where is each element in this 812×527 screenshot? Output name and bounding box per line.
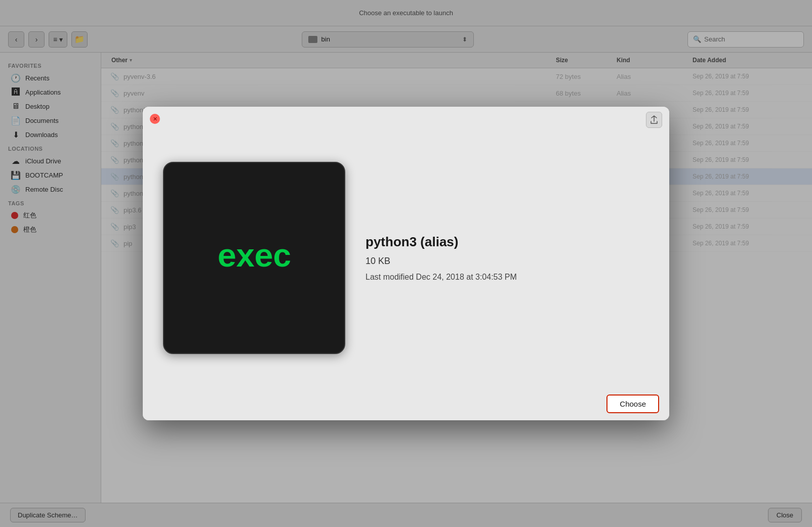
exec-text: exec [217,240,291,276]
share-button[interactable] [646,112,662,128]
file-info: python3 (alias) 10 KB Last modified Dec … [366,234,649,282]
modal-content: exec python3 (alias) 10 KB Last modified… [143,133,669,387]
preview-file-modified: Last modified Dec 24, 2018 at 3:04:53 PM [366,273,649,282]
modal-footer: Choose [143,387,669,420]
modal-overlay: ✕ exec python3 (alias) 10 KB Last modifi… [0,0,812,527]
exec-thumbnail: exec [163,162,345,354]
share-icon [650,115,658,124]
preview-file-size: 10 KB [366,256,649,267]
preview-file-name: python3 (alias) [366,234,649,250]
modal-header: ✕ [143,107,669,133]
close-preview-button[interactable]: ✕ [150,114,160,124]
choose-button[interactable]: Choose [606,394,659,413]
preview-modal: ✕ exec python3 (alias) 10 KB Last modifi… [143,107,669,420]
